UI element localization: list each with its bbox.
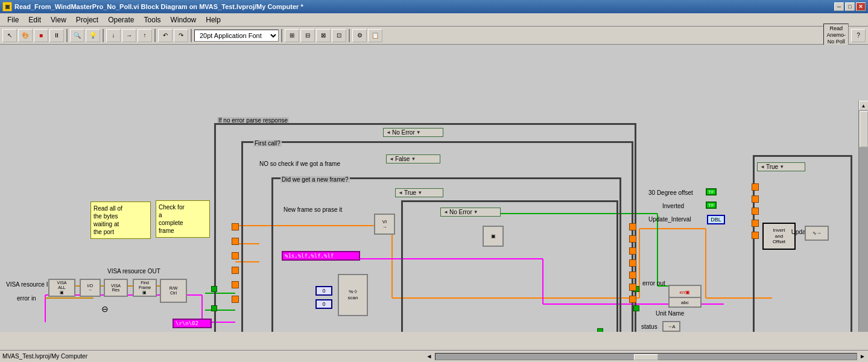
h-scroll-thumb[interactable] bbox=[634, 354, 658, 360]
error-in-label: error in bbox=[17, 295, 36, 302]
green-sq-1 bbox=[211, 286, 217, 292]
30-degree-label: 30 Degree offset bbox=[648, 189, 693, 196]
status-bar: MVAS_Test.lvproj/My Computer ◄ ► bbox=[0, 350, 868, 362]
vertical-scrollbar[interactable]: ▲ ▼ bbox=[858, 101, 868, 332]
step-out-btn[interactable]: ↑ bbox=[138, 29, 152, 42]
did-we-get-label: Did we get a new frame? bbox=[280, 176, 350, 183]
terminal-orange-rr2 bbox=[752, 195, 759, 203]
path-separator: ◄ bbox=[426, 353, 432, 360]
terminal-orange-6 bbox=[232, 296, 239, 303]
terminal-orange-r5 bbox=[629, 272, 636, 279]
scan-block[interactable]: %·◊scan bbox=[338, 274, 368, 316]
separator4 bbox=[191, 29, 192, 42]
scroll-right-arrow[interactable]: ► bbox=[860, 353, 866, 360]
visa-rw-block[interactable]: R/WCtrl bbox=[160, 279, 187, 303]
30-degree-tf: TF bbox=[706, 188, 717, 195]
right-arrow-icon3: ▼ bbox=[417, 190, 422, 195]
terminal-orange-r7 bbox=[629, 296, 636, 303]
redo-btn[interactable]: ↷ bbox=[174, 29, 188, 42]
stop-btn[interactable]: ■ bbox=[34, 29, 48, 42]
terminal-orange-rr5 bbox=[752, 232, 759, 239]
terminal-orange-rr1 bbox=[752, 183, 759, 191]
maximize-button[interactable]: □ bbox=[845, 2, 855, 11]
undo-btn[interactable]: ↶ bbox=[158, 29, 173, 42]
menu-edit[interactable]: Edit bbox=[24, 14, 46, 25]
left-arrow-icon: ◄ bbox=[386, 130, 391, 135]
green-sq-2 bbox=[211, 305, 217, 311]
step-over-btn[interactable]: → bbox=[122, 29, 136, 42]
left-arrow-icon2: ◄ bbox=[389, 156, 394, 162]
menu-bar: File Edit View Project Operate Tools Win… bbox=[0, 13, 868, 27]
terminal-orange-5 bbox=[232, 281, 239, 288]
terminal-orange-r4 bbox=[629, 259, 636, 267]
left-arrow-icon4: ◄ bbox=[443, 209, 448, 215]
order-btn[interactable]: ⊡ bbox=[332, 29, 346, 42]
num-display-0a[interactable]: 0 bbox=[315, 286, 332, 296]
visa-find-block[interactable]: FindFrame▣ bbox=[133, 279, 157, 297]
color-tool-btn[interactable]: 🎨 bbox=[18, 29, 33, 42]
menu-file[interactable]: File bbox=[2, 14, 24, 25]
menu-operate[interactable]: Operate bbox=[103, 14, 139, 25]
menu-project[interactable]: Project bbox=[71, 14, 103, 25]
ground-symbol: ⊖ bbox=[101, 304, 109, 314]
block-diagram-canvas: If no error parse response First call? D… bbox=[0, 45, 868, 332]
menu-view[interactable]: View bbox=[46, 14, 71, 25]
close-button[interactable]: ✕ bbox=[856, 2, 866, 11]
scroll-thumb[interactable] bbox=[860, 111, 868, 147]
terminal-orange-r3 bbox=[629, 247, 636, 255]
terminator-desc-label: Terminator (Slash codes) bbox=[162, 331, 229, 332]
minimize-button[interactable]: ─ bbox=[834, 2, 844, 11]
arrow-tool-btn[interactable]: ↖ bbox=[2, 29, 17, 42]
terminal-orange-2 bbox=[232, 238, 239, 245]
terminal-orange-rr4 bbox=[752, 220, 759, 227]
true-selector[interactable]: ◄ True ▼ bbox=[395, 188, 443, 197]
note-check-frame: Check for a complete frame bbox=[156, 200, 210, 238]
error-out-str[interactable]: abc bbox=[668, 297, 702, 308]
status-block[interactable]: →A bbox=[662, 321, 680, 332]
toolbar: ↖ 🎨 ■ ⏸ 🔍 💡 ↓ → ↑ ↶ ↷ 20pt Application F… bbox=[0, 27, 868, 45]
visa-resource-block[interactable]: VISARes bbox=[104, 279, 128, 297]
step-into-btn[interactable]: ↓ bbox=[106, 29, 121, 42]
align-btn[interactable]: ⊞ bbox=[285, 29, 299, 42]
menu-help[interactable]: Help bbox=[201, 14, 226, 25]
distribute-btn[interactable]: ⊟ bbox=[300, 29, 315, 42]
no-error-inner-selector[interactable]: ◄ No Error ▼ bbox=[440, 208, 501, 217]
num-display-0b[interactable]: 0 bbox=[315, 299, 332, 309]
inverted-label: Inverted bbox=[662, 203, 684, 209]
terminal-orange-r6 bbox=[629, 284, 636, 291]
invert-offset-block[interactable]: InvertandOffset bbox=[762, 223, 796, 250]
parse-vi-block[interactable]: VI→ bbox=[374, 214, 395, 235]
extra-btn2[interactable]: 📋 bbox=[368, 29, 382, 42]
no-error-selector[interactable]: ◄ No Error ▼ bbox=[383, 128, 443, 137]
false-selector[interactable]: ◄ False ▼ bbox=[386, 154, 440, 164]
help-btn[interactable]: ? bbox=[851, 29, 866, 42]
app-icon: ▣ bbox=[2, 2, 12, 11]
error-out-label: error out bbox=[642, 280, 665, 287]
highlight-btn[interactable]: 💡 bbox=[86, 29, 100, 42]
scroll-up-btn[interactable]: ▲ bbox=[859, 101, 869, 110]
green-sq-4 bbox=[633, 305, 639, 311]
new-frame-parse-label: New frame so prase it bbox=[284, 206, 342, 213]
extra-btn1[interactable]: ⚙ bbox=[352, 29, 367, 42]
menu-window[interactable]: Window bbox=[166, 14, 201, 25]
pause-btn[interactable]: ⏸ bbox=[49, 29, 64, 42]
terminal-orange-r1 bbox=[629, 223, 636, 230]
separator3 bbox=[154, 29, 156, 42]
left-arrow-icon3: ◄ bbox=[398, 190, 403, 195]
first-call-label: First call? bbox=[253, 140, 282, 147]
status-label: status bbox=[641, 323, 657, 330]
font-selector[interactable]: 20pt Application Font bbox=[194, 30, 279, 42]
inner-vi-block1[interactable]: ▣ bbox=[483, 226, 504, 247]
visa-out-block[interactable]: I/O→ bbox=[80, 279, 101, 297]
resize-btn[interactable]: ⊠ bbox=[316, 29, 331, 42]
visa-read-block[interactable]: VISAALL▣ bbox=[48, 279, 75, 297]
format-string-display[interactable]: %1s,%lf,%lf,%lf bbox=[282, 251, 360, 261]
window-controls: ─ □ ✕ bbox=[834, 2, 866, 11]
terminator-display[interactable]: \r\n\02 bbox=[173, 319, 212, 328]
horizontal-scrollbar[interactable] bbox=[435, 353, 858, 360]
scroll-track bbox=[859, 110, 869, 332]
menu-tools[interactable]: Tools bbox=[139, 14, 166, 25]
find-btn[interactable]: 🔍 bbox=[70, 29, 84, 42]
update-interval-ctrl[interactable]: DBL bbox=[707, 215, 725, 224]
updates-display[interactable]: ∿→ bbox=[805, 226, 829, 241]
